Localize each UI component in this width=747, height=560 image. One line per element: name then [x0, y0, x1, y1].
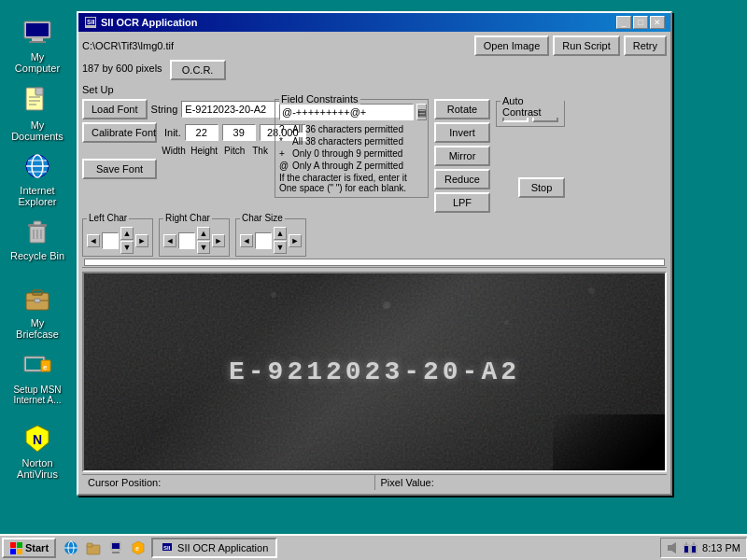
- right-char-label: Right Char: [163, 213, 212, 223]
- my-computer-icon: [22, 18, 52, 48]
- svg-text:e: e: [135, 545, 139, 552]
- svg-rect-35: [10, 549, 16, 554]
- left-char-group: Left Char ◄ ▲ ▼ ►: [82, 218, 153, 257]
- desktop-icon-recycle-bin[interactable]: Recycle Bin: [5, 213, 70, 265]
- sym-asterisk: *: [279, 136, 289, 147]
- svg-text:SII: SII: [87, 19, 95, 25]
- rule-text-4: Only A through Z permitted: [292, 161, 403, 171]
- run-script-button[interactable]: Run Script: [553, 35, 619, 56]
- svg-rect-5: [35, 88, 43, 95]
- lpf-button[interactable]: LPF: [434, 192, 490, 213]
- right-char-group: Right Char ◄ ▲ ▼ ►: [159, 218, 230, 257]
- retry-button[interactable]: Retry: [624, 35, 667, 56]
- field-constraints-panel: Field Constraints ▤ ? All 36 characters …: [275, 99, 429, 198]
- rule-text-1: All 36 characters permitted: [292, 124, 403, 134]
- top-bar: C:\OCR\Tif3\lmg0.tif Open Image Run Scri…: [82, 35, 667, 56]
- char-size-arrows: ▲ ▼: [274, 227, 287, 254]
- left-char-label: Left Char: [87, 213, 129, 223]
- right-char-left-button[interactable]: ◄: [163, 234, 176, 247]
- taskbar-ie-icon[interactable]: [62, 539, 80, 557]
- left-char-right-button[interactable]: ►: [135, 234, 148, 247]
- taskbar-msn-icon[interactable]: e: [129, 539, 148, 557]
- svg-rect-33: [10, 542, 16, 548]
- system-tray: 8:13 PM: [660, 538, 747, 558]
- image-area: E-9212023-20-A2: [82, 272, 667, 472]
- save-font-button[interactable]: Save Font: [82, 159, 157, 179]
- char-size-label: Char Size: [240, 213, 285, 223]
- rotate-button[interactable]: Rotate: [434, 99, 490, 119]
- reduce-button[interactable]: Reduce: [434, 169, 490, 189]
- string-label: String: [151, 104, 178, 115]
- windows-logo-icon: [9, 541, 22, 554]
- constraint-input-row: ▤: [279, 104, 424, 120]
- setup-msn-icon: e: [22, 351, 52, 381]
- col-height: Height: [190, 146, 218, 156]
- svg-text:e: e: [43, 363, 48, 371]
- setup-label: Set Up: [82, 84, 667, 95]
- char-size-left-button[interactable]: ◄: [240, 234, 253, 247]
- left-char-up-button[interactable]: ▲: [120, 227, 134, 240]
- col-pitch: Pitch: [221, 146, 247, 156]
- stop-button[interactable]: Stop: [518, 177, 565, 198]
- desktop-icon-my-computer[interactable]: My Computer: [5, 14, 70, 77]
- briefcase-icon: [22, 284, 52, 314]
- window-content: C:\OCR\Tif3\lmg0.tif Open Image Run Scri…: [78, 32, 670, 494]
- taskbar-internet-explorer-icon: [63, 540, 78, 555]
- desktop-icon-internet-explorer[interactable]: Internet Explorer: [5, 147, 70, 211]
- svg-rect-34: [17, 542, 22, 548]
- init-label: Init.: [164, 127, 181, 138]
- invert-button[interactable]: Invert: [434, 122, 490, 143]
- desktop-icon-norton-antivirus[interactable]: N Norton AntiVirus: [5, 420, 70, 483]
- constraint-note2: One space (" ") for each blank.: [279, 183, 424, 193]
- recycle-bin-icon: [22, 217, 52, 246]
- start-button[interactable]: Start: [2, 538, 56, 558]
- right-char-down-button[interactable]: ▼: [197, 241, 210, 254]
- right-char-right-button[interactable]: ►: [212, 234, 225, 247]
- bottom-controls: Left Char ◄ ▲ ▼ ► Right Char ◄ ▲ ▼ ►: [82, 218, 667, 257]
- minimize-button[interactable]: _: [616, 16, 631, 29]
- constraint-note: If the character is fixed, enter it: [279, 173, 424, 183]
- taskbar-folder-icon[interactable]: [84, 539, 103, 557]
- app-icon: SII: [84, 16, 97, 29]
- open-image-button[interactable]: Open Image: [474, 35, 550, 56]
- init-width-input[interactable]: [185, 124, 218, 141]
- rule-text-2: All 38 characters permitted: [292, 136, 403, 147]
- char-size-down-button[interactable]: ▼: [274, 241, 287, 254]
- desktop-icon-my-documents[interactable]: My Documents: [5, 82, 70, 146]
- taskbar-network-icon[interactable]: [106, 539, 125, 557]
- field-constraints-title: Field Constraints: [279, 93, 360, 105]
- desktop-icon-my-briefcase[interactable]: My Briefcase: [5, 280, 70, 343]
- left-char-left-button[interactable]: ◄: [87, 234, 100, 247]
- my-documents-icon: [22, 86, 52, 116]
- right-char-up-button[interactable]: ▲: [197, 227, 210, 240]
- constraint-line-4: @ Only A through Z permitted: [279, 161, 424, 171]
- constraint-btn[interactable]: ▤: [416, 104, 427, 120]
- ocr-display-text: E-9212023-20-A2: [229, 357, 520, 386]
- auto-contrast-panel: Auto Contrast OFF ON: [496, 101, 565, 127]
- desktop-icon-setup-msn[interactable]: e Setup MSN Internet A...: [5, 347, 70, 409]
- speaker-icon[interactable]: [667, 541, 680, 554]
- mirror-button[interactable]: Mirror: [434, 146, 490, 166]
- taskbar-app-icon: SII: [161, 541, 174, 554]
- calibrate-font-button[interactable]: Calibrate Font: [82, 122, 157, 143]
- load-font-button[interactable]: Load Font: [82, 99, 148, 119]
- network-status-icon[interactable]: [684, 541, 698, 554]
- ocr-button[interactable]: O.C.R.: [170, 60, 226, 80]
- constraint-pattern-input[interactable]: [279, 104, 414, 120]
- msn-icon: e: [131, 540, 146, 555]
- left-char-down-button[interactable]: ▼: [120, 241, 134, 254]
- title-bar: SII SII OCR Application _ □ ✕: [78, 13, 670, 32]
- taskbar-quick-launch: e: [62, 539, 148, 557]
- taskbar-app-ocr[interactable]: SII SII OCR Application: [151, 538, 277, 558]
- svg-rect-56: [692, 546, 696, 553]
- close-button[interactable]: ✕: [650, 16, 665, 29]
- init-height-input[interactable]: [222, 124, 256, 141]
- char-size-right-button[interactable]: ►: [289, 234, 302, 247]
- scroll-track[interactable]: [84, 259, 665, 266]
- svg-rect-54: [684, 546, 688, 553]
- ocr-image: E-9212023-20-A2: [84, 273, 665, 470]
- status-bar: Cursor Position: Pixel Value:: [82, 474, 667, 490]
- internet-explorer-icon: [22, 151, 52, 181]
- char-size-up-button[interactable]: ▲: [274, 227, 287, 240]
- maximize-button[interactable]: □: [633, 16, 648, 29]
